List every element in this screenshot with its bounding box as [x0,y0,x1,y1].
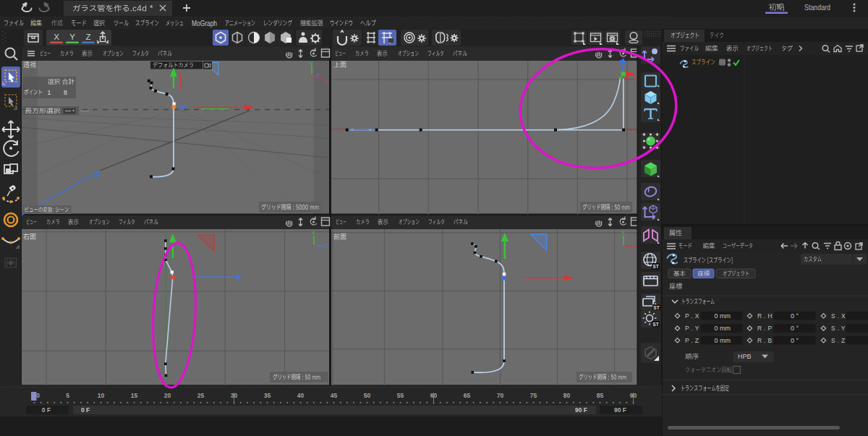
svg-text:0 F: 0 F [42,406,51,414]
svg-text:70: 70 [497,392,504,399]
svg-text:0: 0 [36,392,40,399]
svg-text:S . X: S . X [831,312,846,320]
svg-text:X: X [633,75,637,80]
svg-text:ST: ST [652,322,658,327]
svg-text:Y: Y [312,231,315,236]
svg-text:X: X [54,33,59,41]
svg-text:HPB: HPB [738,353,752,360]
svg-text:8: 8 [64,89,67,96]
svg-text:85: 85 [597,392,604,399]
svg-text:35: 35 [264,392,271,399]
svg-text:10: 10 [98,392,105,399]
svg-text:5: 5 [66,392,69,399]
svg-text:Y: Y [621,231,625,236]
svg-text:ST: ST [652,264,658,269]
svg-text:P . Y: P . Y [685,325,699,332]
svg-text:80: 80 [563,392,571,399]
svg-text:P . X: P . X [685,312,699,320]
svg-text:0 °: 0 ° [791,312,799,320]
svg-text:S . Z: S . Z [831,337,845,344]
svg-text:55: 55 [397,392,404,399]
svg-text:40: 40 [297,392,305,399]
svg-text:0 °: 0 ° [791,337,799,344]
svg-text:90 F: 90 F [575,406,587,414]
svg-text:0 F: 0 F [81,406,90,414]
svg-text:90 F: 90 F [614,406,626,414]
svg-text:15: 15 [131,392,138,399]
svg-text:0 mm: 0 mm [715,325,731,332]
svg-text:R . H: R . H [757,312,773,320]
svg-text:ST: ST [653,305,659,310]
svg-text:20: 20 [164,392,171,399]
svg-text:25: 25 [197,392,205,399]
svg-text:0 mm: 0 mm [715,312,731,320]
svg-text:R . B: R . B [757,337,772,344]
svg-text:Z: Z [85,33,90,41]
svg-text:P . Z: P . Z [685,337,699,344]
svg-text:50: 50 [364,392,371,399]
svg-text:X: X [323,78,327,83]
svg-text:45: 45 [331,392,338,399]
svg-text:65: 65 [464,392,471,399]
svg-text:0 mm: 0 mm [715,337,731,344]
svg-text:0 °: 0 ° [791,325,799,332]
svg-text:Standard: Standard [804,3,830,12]
svg-text:75: 75 [530,392,537,399]
svg-text:Y: Y [69,33,75,41]
svg-text:R . P: R . P [757,325,772,332]
svg-text:S . Y: S . Y [831,325,846,332]
svg-text:Z: Z [326,244,329,249]
svg-text:Y: Y [310,61,313,67]
svg-text:1: 1 [48,89,51,96]
svg-text:MoGraph: MoGraph [192,20,217,27]
